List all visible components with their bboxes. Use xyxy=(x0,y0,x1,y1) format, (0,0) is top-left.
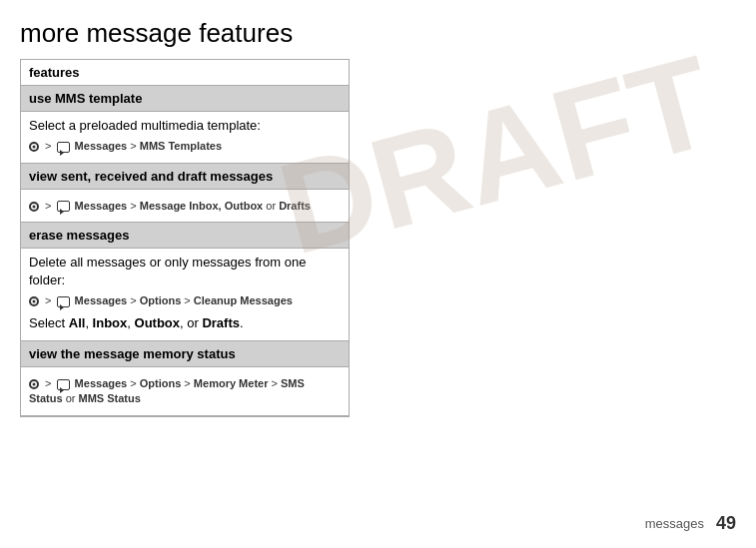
feature-title-erase-text: erase messages xyxy=(21,222,349,248)
content-erase: Delete all messages or only messages fro… xyxy=(21,248,349,340)
erase-nav: > Messages > Options > Cleanup Messages xyxy=(29,293,341,308)
nav-msg-icon-3 xyxy=(57,296,70,307)
feature-title-mms-template: use MMS template xyxy=(21,86,349,112)
features-table: features use MMS template Select a prelo… xyxy=(21,60,349,416)
main-content: features use MMS template Select a prelo… xyxy=(0,59,756,417)
nav-text-3: Messages > Options > Cleanup Messages xyxy=(75,294,293,306)
nav-msg-icon-4 xyxy=(57,379,70,390)
nav-dot-2 xyxy=(29,202,39,212)
memory-status-nav: > Messages > Options > Memory Meter > SM… xyxy=(29,376,341,407)
page-number: 49 xyxy=(716,513,736,534)
mms-template-desc: Select a preloaded multimedia template: xyxy=(29,117,341,135)
section-label: messages xyxy=(645,516,704,531)
mms-template-nav: > Messages > MMS Templates xyxy=(29,139,341,154)
nav-dot-4 xyxy=(29,379,39,389)
nav-msg-icon-2 xyxy=(57,201,70,212)
nav-text-2: Messages > Message Inbox, Outbox or Draf… xyxy=(75,200,311,212)
feature-title-mms-template-text: use MMS template xyxy=(21,86,349,112)
feature-title-memory-status-text: view the message memory status xyxy=(21,340,349,366)
erase-desc2: Select All, Inbox, Outbox, or Drafts. xyxy=(29,314,341,332)
table-header-row: features xyxy=(21,60,349,86)
feature-title-view-sent-text: view sent, received and draft messages xyxy=(21,163,349,189)
nav-dot-3 xyxy=(29,296,39,306)
table-container: features use MMS template Select a prelo… xyxy=(20,59,350,417)
view-sent-nav: > Messages > Message Inbox, Outbox or Dr… xyxy=(29,199,341,214)
feature-title-erase: erase messages xyxy=(21,222,349,248)
content-mms-template: Select a preloaded multimedia template: … xyxy=(21,112,349,164)
nav-msg-icon-1 xyxy=(57,142,70,153)
feature-title-memory-status: view the message memory status xyxy=(21,340,349,366)
nav-text-1: Messages > MMS Templates xyxy=(75,140,222,152)
page-title: more message features xyxy=(0,0,756,59)
content-memory-status: > Messages > Options > Memory Meter > SM… xyxy=(21,366,349,415)
nav-text-4: Messages > Options > Memory Meter > SMS … xyxy=(29,377,305,404)
nav-dot-1 xyxy=(29,142,39,152)
table-header-cell: features xyxy=(21,60,349,86)
erase-desc: Delete all messages or only messages fro… xyxy=(29,254,341,289)
feature-title-view-sent: view sent, received and draft messages xyxy=(21,163,349,189)
content-view-sent: > Messages > Message Inbox, Outbox or Dr… xyxy=(21,189,349,222)
page-footer: messages 49 xyxy=(645,513,736,534)
